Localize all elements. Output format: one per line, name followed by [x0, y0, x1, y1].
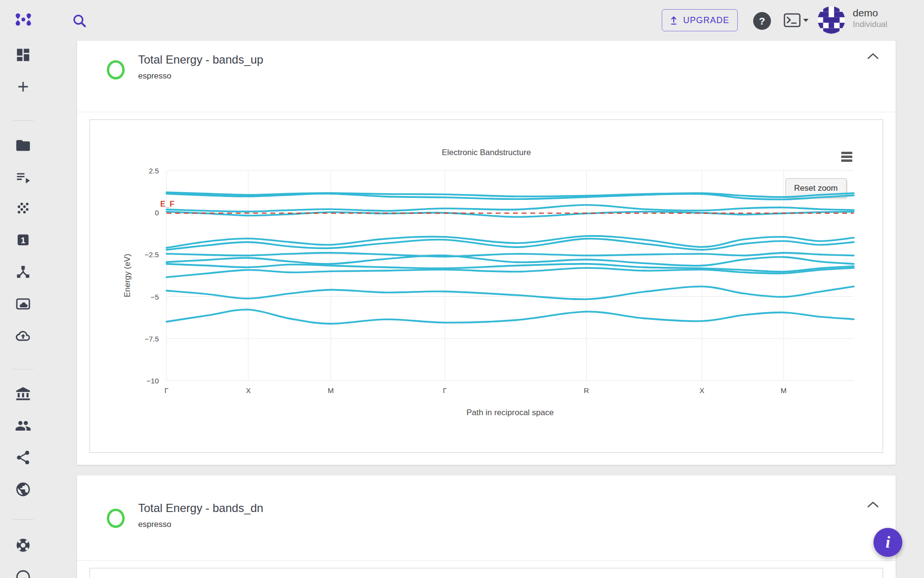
top-bar: UPGRADE ? demo Individual: [0, 0, 924, 41]
band-10: [167, 268, 854, 277]
image-icon: [15, 296, 31, 312]
info-fab-button[interactable]: i: [873, 528, 902, 557]
sidebar-item-workflows[interactable]: [15, 263, 31, 280]
sidebar-item-uploads[interactable]: [15, 328, 31, 344]
terminal-menu-icon[interactable]: [783, 13, 809, 29]
y-tick-label: −7.5: [144, 334, 159, 342]
result-card-bands-up: Total Energy - bands_up espresso Electro…: [77, 27, 896, 465]
collapse-chevron-up-icon[interactable]: [867, 52, 879, 61]
x-tick-label: R: [584, 386, 589, 394]
upload-icon: [670, 15, 678, 25]
sidebar-item-media[interactable]: [15, 296, 31, 312]
help-icon[interactable]: ?: [753, 12, 771, 30]
sidebar-divider: [13, 519, 34, 520]
result-card-bands-dn: Total Energy - bands_dn espresso: [77, 475, 896, 578]
app-logo-icon[interactable]: [14, 12, 32, 27]
team-icon: [15, 418, 31, 434]
card-divider: [77, 112, 896, 112]
playlist-play-icon: [15, 169, 31, 185]
card-subtitle: espresso: [138, 520, 171, 529]
sidebar-item-files[interactable]: [15, 137, 31, 154]
caret-down-icon: [803, 19, 808, 22]
add-icon: [15, 79, 31, 95]
user-avatar[interactable]: [818, 6, 845, 34]
x-tick-label: Γ: [165, 386, 168, 394]
sidebar-divider: [13, 120, 34, 121]
card-divider: [77, 560, 896, 561]
collapse-chevron-up-icon[interactable]: [867, 500, 879, 509]
bandstructure-chart: Electronic Bandstructure Energy (eV) Pat…: [90, 119, 883, 453]
folder-icon: [15, 137, 31, 154]
sidebar-item-dashboard[interactable]: [15, 47, 31, 63]
status-success-ring-icon: [107, 60, 125, 79]
cloud-upload-icon: [15, 328, 31, 344]
y-tick-label: −5: [151, 292, 159, 301]
y-tick-label: −10: [147, 377, 159, 385]
wheel-icon: [15, 537, 31, 553]
globe-icon: [15, 481, 31, 498]
share-icon: [15, 449, 31, 466]
sidebar-divider: [13, 369, 34, 369]
circle-partial-icon: [15, 569, 31, 578]
dashboard-icon: [15, 47, 31, 63]
card-title: Total Energy - bands_dn: [138, 501, 263, 515]
card-header: Total Energy - bands_dn espresso: [77, 475, 896, 560]
y-tick-label: −2.5: [144, 250, 159, 259]
sidebar-item-materials[interactable]: [15, 200, 31, 216]
x-tick-label: X: [699, 386, 704, 394]
band-12: [167, 310, 854, 324]
sidebar-item-public[interactable]: [15, 481, 31, 498]
status-success-ring-icon: [107, 509, 125, 528]
x-tick-label: X: [246, 386, 251, 394]
band-3: [167, 205, 854, 211]
band-8: [167, 255, 854, 265]
x-tick-label: Γ: [443, 386, 447, 394]
y-tick-label: 0: [155, 209, 159, 217]
bandstructure-chart-dn: [90, 568, 883, 578]
svg-text:1: 1: [21, 236, 25, 245]
sidebar-item-team[interactable]: [15, 418, 31, 434]
band-5: [167, 236, 854, 248]
sidebar: 1: [0, 41, 47, 578]
card-subtitle: espresso: [138, 71, 171, 81]
dots-cluster-icon: [15, 200, 31, 216]
square-one-icon: 1: [15, 232, 31, 248]
y-tick-label: 2.5: [149, 167, 159, 175]
upgrade-label: UPGRADE: [683, 15, 729, 26]
sidebar-item-more[interactable]: [15, 569, 31, 578]
sidebar-item-create-new[interactable]: [15, 79, 31, 95]
band-11: [167, 287, 854, 300]
band-7: [167, 253, 854, 257]
bank-icon: [15, 386, 31, 402]
card-title: Total Energy - bands_up: [138, 53, 263, 66]
sidebar-item-support[interactable]: [15, 537, 31, 553]
user-menu[interactable]: demo Individual: [853, 7, 887, 30]
sidebar-item-jobs[interactable]: [15, 169, 31, 185]
upgrade-button[interactable]: UPGRADE: [662, 9, 738, 31]
user-plan: Individual: [853, 19, 887, 30]
sidebar-item-counter[interactable]: 1: [15, 232, 31, 248]
user-name: demo: [853, 7, 887, 19]
sidebar-item-organization[interactable]: [15, 386, 31, 402]
search-icon[interactable]: [71, 13, 88, 29]
hub-icon: [15, 263, 31, 280]
sidebar-item-sharing[interactable]: [15, 449, 31, 466]
bandstructure-plot-area[interactable]: [90, 120, 884, 453]
x-tick-label: M: [328, 386, 334, 394]
x-tick-label: M: [781, 386, 787, 394]
